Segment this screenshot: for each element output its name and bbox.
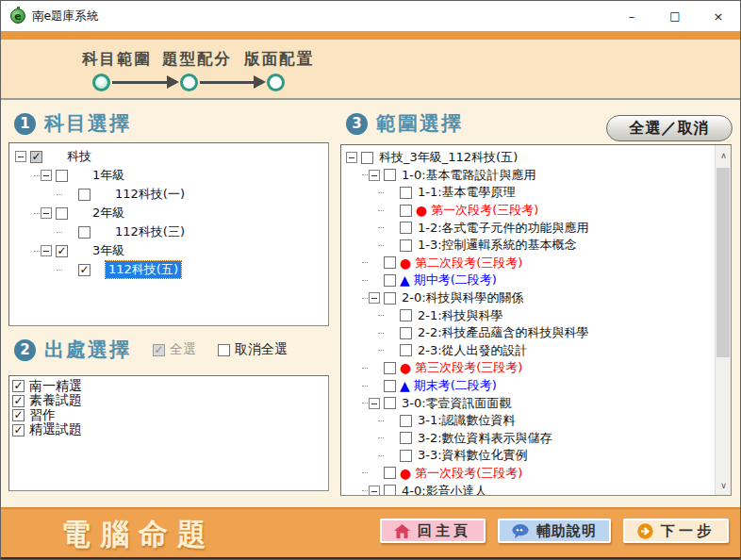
tree-row[interactable]: 1-2:各式電子元件的功能與應用 — [342, 219, 714, 237]
tree-checkbox[interactable] — [384, 274, 396, 287]
tree-row[interactable]: 2-0:科技與科學的關係 — [342, 289, 714, 307]
collapse-toggle-icon[interactable] — [41, 170, 52, 181]
tree-item-label[interactable]: 2-2:科技產品蘊含的科技與科學 — [418, 324, 589, 341]
tree-item-label[interactable]: 112科技(五) — [106, 261, 181, 278]
tree-item-label[interactable]: 3-2:數位資料表示與儲存 — [418, 430, 552, 447]
tree-item-label[interactable]: 3年級 — [92, 242, 124, 259]
tree-item-label[interactable]: 第三次段考(三段考) — [415, 359, 522, 376]
tree-row[interactable]: ● 第二次段考(三段考) — [342, 255, 714, 272]
tree-checkbox[interactable] — [384, 467, 396, 479]
tree-item-label[interactable]: 3-1:認識數位資料 — [418, 412, 516, 429]
collapse-toggle-icon[interactable] — [346, 152, 357, 163]
source-checkbox[interactable] — [12, 395, 25, 407]
tree-item-label[interactable]: 2-3:從人出發的設計 — [418, 342, 528, 359]
source-checkbox[interactable] — [12, 380, 25, 392]
tree-checkbox[interactable] — [400, 415, 412, 427]
tree-checkbox[interactable] — [56, 207, 68, 220]
tree-checkbox[interactable] — [384, 397, 396, 409]
tree-item-label[interactable]: 3-0:零壹資訊面面觀 — [402, 395, 512, 412]
tree-item-label[interactable]: 4-0:影音小達人 — [402, 483, 487, 495]
source-list-item[interactable]: 精選試題 — [12, 423, 328, 438]
scrollbar-thumb[interactable] — [716, 168, 730, 357]
tree-checkbox[interactable] — [56, 245, 68, 257]
tree-checkbox[interactable] — [361, 152, 373, 164]
tree-item-label[interactable]: 1-3:控制邏輯系統的基本概念 — [418, 237, 577, 254]
tree-row[interactable]: 1-1:基本電學原理 — [342, 184, 714, 202]
tree-checkbox[interactable] — [400, 432, 412, 444]
close-button[interactable]: × — [697, 1, 740, 31]
select-all-checkbox[interactable]: 全選 — [153, 341, 196, 358]
tree-item-label[interactable]: 科技 — [67, 148, 91, 165]
tree-row[interactable]: ● 第一次段考(三段考) — [342, 465, 714, 483]
source-list-item[interactable]: 素養試題 — [12, 394, 328, 409]
minimize-button[interactable]: – — [610, 1, 653, 31]
tree-item-label[interactable]: 112科技(一) — [115, 186, 185, 203]
tree-item-label[interactable]: 3-3:資料數位化實例 — [418, 447, 528, 464]
tree-row[interactable]: 3-3:資料數位化實例 — [342, 447, 714, 465]
tree-item-label[interactable]: 2-1:科技與科學 — [418, 307, 503, 324]
scroll-up-icon[interactable]: ∧ — [716, 147, 732, 163]
tree-item-label[interactable]: 期中考(二段考) — [414, 272, 497, 288]
collapse-toggle-icon[interactable] — [41, 207, 52, 219]
source-list-item[interactable]: 習作 — [12, 408, 328, 423]
tree-row[interactable]: 4-0:影音小達人 — [342, 482, 714, 495]
collapse-toggle-icon[interactable] — [15, 151, 26, 162]
collapse-toggle-icon[interactable] — [369, 292, 380, 304]
tree-checkbox[interactable] — [384, 380, 396, 392]
select-all-toggle-button[interactable]: 全選／取消 — [606, 115, 733, 141]
tree-item-label[interactable]: 2-0:科技與科學的關係 — [402, 289, 524, 306]
tree-item-label[interactable]: 科技_3年級_112科技(五) — [379, 149, 518, 166]
tree-row[interactable]: 2年級 — [9, 204, 328, 222]
tree-row[interactable]: 3-0:零壹資訊面面觀 — [342, 394, 714, 412]
collapse-toggle-icon[interactable] — [41, 245, 52, 256]
collapse-toggle-icon[interactable] — [369, 170, 380, 181]
tree-row[interactable]: ▲ 期中考(二段考) — [342, 272, 714, 289]
scrollbar[interactable]: ∧ ∨ — [715, 145, 731, 495]
tree-item-label[interactable]: 第一次段考(三段考) — [431, 202, 538, 219]
tree-checkbox[interactable] — [400, 309, 412, 321]
tree-checkbox[interactable] — [400, 187, 412, 199]
tree-checkbox[interactable] — [400, 239, 412, 252]
checkbox-icon[interactable] — [153, 344, 165, 356]
source-checkbox[interactable] — [12, 409, 25, 421]
tree-row[interactable]: 1-0:基本電路設計與應用 — [342, 167, 714, 185]
tree-item-label[interactable]: 112科技(三) — [115, 223, 185, 240]
collapse-toggle-icon[interactable] — [369, 486, 380, 495]
tree-row[interactable]: 2-1:科技與科學 — [342, 306, 714, 324]
tree-checkbox[interactable] — [400, 205, 412, 217]
tree-row[interactable]: 112科技(一) — [9, 185, 328, 204]
tree-row[interactable]: 3年級 — [9, 241, 328, 260]
tree-row[interactable]: 科技_3年級_112科技(五) — [342, 149, 714, 167]
source-list-item[interactable]: 南一精選 — [12, 379, 328, 394]
tree-item-label[interactable]: 1-1:基本電學原理 — [418, 184, 516, 201]
tree-item-label[interactable]: 1-0:基本電路設計與應用 — [402, 167, 536, 184]
tree-item-label[interactable]: 2年級 — [92, 205, 124, 222]
scroll-down-icon[interactable]: ∨ — [716, 477, 732, 493]
tree-checkbox[interactable] — [400, 222, 412, 234]
tree-row[interactable]: 1-3:控制邏輯系統的基本概念 — [342, 237, 714, 255]
checkbox-icon[interactable] — [218, 344, 230, 356]
tree-checkbox[interactable] — [400, 344, 412, 356]
next-step-button[interactable]: 下一步 — [623, 519, 729, 543]
collapse-toggle-icon[interactable] — [369, 398, 380, 409]
tree-checkbox[interactable] — [384, 362, 396, 374]
tree-row[interactable]: 3-1:認識數位資料 — [342, 412, 714, 430]
tree-row[interactable]: 2-3:從人出發的設計 — [342, 342, 714, 360]
tree-item-label[interactable]: 第二次段考(三段考) — [415, 255, 522, 272]
tree-item-label[interactable]: 第一次段考(三段考) — [415, 465, 522, 482]
tree-row[interactable]: ● 第三次段考(三段考) — [342, 359, 714, 377]
tree-row[interactable]: 112科技(三) — [9, 222, 328, 241]
tree-row[interactable]: ● 第一次段考(三段考) — [342, 202, 714, 220]
tree-checkbox[interactable] — [384, 256, 396, 269]
tree-row[interactable]: 3-2:數位資料表示與儲存 — [342, 430, 714, 448]
tree-row[interactable]: 1年級 — [9, 166, 328, 185]
tree-row[interactable]: 科技 — [9, 147, 328, 166]
maximize-button[interactable]: □ — [653, 1, 697, 31]
tree-row[interactable]: 2-2:科技產品蘊含的科技與科學 — [342, 324, 714, 342]
deselect-all-checkbox[interactable]: 取消全選 — [218, 341, 288, 358]
tree-item-label[interactable]: 1-2:各式電子元件的功能與應用 — [418, 220, 589, 237]
tree-row[interactable]: 112科技(五) — [9, 260, 328, 279]
tree-checkbox[interactable] — [78, 226, 91, 239]
tree-checkbox[interactable] — [78, 264, 91, 276]
tree-checkbox[interactable] — [30, 151, 42, 163]
